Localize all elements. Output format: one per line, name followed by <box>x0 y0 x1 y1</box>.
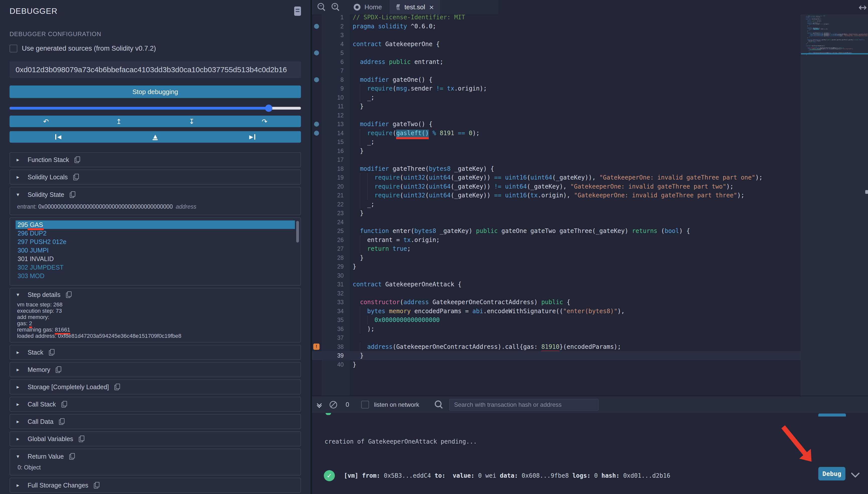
warning-icon[interactable]: ! <box>313 344 320 350</box>
line-number[interactable]: 20 <box>321 182 344 191</box>
code-line[interactable]: 30 <box>312 271 801 280</box>
copy-icon[interactable] <box>114 384 120 390</box>
line-number[interactable]: 19 <box>321 173 344 182</box>
panel-card-header[interactable]: ▸Full Storage Changes <box>10 478 301 492</box>
code-line[interactable]: 33 constructor(address GatekeeperOneCont… <box>312 298 801 307</box>
copy-icon[interactable] <box>56 366 61 373</box>
panel-card-header[interactable]: ▸Solidity Locals <box>10 170 301 184</box>
line-number[interactable]: 40 <box>321 360 344 369</box>
line-number[interactable]: 1 <box>321 14 344 22</box>
line-number[interactable]: 37 <box>321 333 344 342</box>
code-line[interactable]: 7 <box>312 66 801 75</box>
breakpoint-dot[interactable] <box>314 51 319 55</box>
editor-minimap[interactable]: // SPDX-License-Identifier: MITpragma so… <box>801 14 868 396</box>
panel-card-header[interactable]: ▾Return Value <box>10 449 301 464</box>
code-line[interactable]: 15 _; <box>312 137 801 147</box>
clear-console-icon[interactable] <box>330 401 337 408</box>
code-line[interactable]: 20 require(uint32(uint64(_gateKey)) != u… <box>312 182 801 191</box>
documentation-icon[interactable] <box>294 6 301 16</box>
line-number[interactable]: 29 <box>321 262 344 271</box>
line-number[interactable]: 4 <box>321 40 344 49</box>
opcode-row[interactable]: 302 JUMPDEST <box>16 263 295 271</box>
line-number[interactable]: 10 <box>321 93 344 102</box>
line-number[interactable]: 3 <box>321 31 344 40</box>
line-number[interactable]: 22 <box>321 200 344 209</box>
panel-card-header[interactable]: ▸Function Stack <box>10 153 301 167</box>
line-number[interactable]: 35 <box>321 316 344 324</box>
code-line[interactable]: 40} <box>312 360 801 369</box>
panel-card-header[interactable]: ▸Global Variables <box>10 432 301 446</box>
copy-icon[interactable] <box>73 174 79 180</box>
line-number[interactable]: 14 <box>321 129 344 138</box>
jump-previous-breakpoint-icon[interactable]: ◀ <box>55 134 61 140</box>
opcode-scrollbar[interactable] <box>296 221 299 243</box>
slider-track[interactable] <box>10 107 301 110</box>
copy-icon[interactable] <box>69 453 75 460</box>
tab-close-icon[interactable]: × <box>429 3 434 11</box>
panel-card-header[interactable]: ▸Call Data <box>10 415 301 429</box>
copy-icon[interactable] <box>70 191 75 198</box>
line-number[interactable]: 8 <box>321 75 344 84</box>
panel-card-header[interactable]: ▾Step details <box>10 288 301 301</box>
code-line[interactable]: 26 entrant = tx.origin; <box>312 235 801 245</box>
line-number[interactable]: 32 <box>321 289 344 298</box>
copy-icon[interactable] <box>75 156 80 163</box>
listen-on-network-checkbox[interactable] <box>361 401 369 408</box>
log-expand-chevron-icon[interactable] <box>851 469 860 478</box>
code-line[interactable]: 4contract GatekeeperOne { <box>312 40 801 49</box>
line-number[interactable]: 23 <box>321 209 344 218</box>
copy-icon[interactable] <box>94 482 100 489</box>
code-line[interactable]: 25 function enter(bytes8 _gateKey) publi… <box>312 226 801 235</box>
code-line[interactable]: 18 modifier gateThree(bytes8 _gateKey) { <box>312 164 801 173</box>
line-number[interactable]: 15 <box>321 137 344 147</box>
editor-scrollbar-thumb[interactable] <box>865 190 868 194</box>
copy-icon[interactable] <box>79 436 84 442</box>
stop-debugging-button[interactable]: Stop debugging <box>10 86 301 98</box>
line-number[interactable]: 27 <box>321 244 344 253</box>
line-number[interactable]: 9 <box>321 84 344 93</box>
code-line[interactable]: 32 <box>312 289 801 298</box>
code-line[interactable]: 6 address public entrant; <box>312 57 801 66</box>
line-number[interactable]: 17 <box>321 155 344 164</box>
line-number[interactable]: 26 <box>321 235 344 245</box>
code-line[interactable]: 34 bytes memory encodedParams = abi.enco… <box>312 307 801 316</box>
line-number[interactable]: 13 <box>321 120 344 129</box>
line-number[interactable]: 7 <box>321 66 344 75</box>
terminal-search-input[interactable] <box>449 399 598 411</box>
jump-out-icon[interactable]: ▲ <box>152 134 158 140</box>
tx-hash-input[interactable]: 0xd012d3b098079a73c4b6bbefacac4103dd3b3d… <box>10 61 301 78</box>
line-number[interactable]: 31 <box>321 280 344 289</box>
panel-card-header[interactable]: ▸Stack <box>10 345 301 359</box>
opcode-row[interactable]: 297 PUSH2 012e <box>16 238 295 246</box>
line-number[interactable]: 18 <box>321 164 344 173</box>
panel-resize-icon[interactable]: ↔ <box>858 1 867 13</box>
code-line[interactable]: 28 } <box>312 253 801 262</box>
code-line[interactable]: 23 } <box>312 209 801 218</box>
code-line[interactable]: 37 <box>312 333 801 342</box>
breakpoint-dot[interactable] <box>314 131 319 136</box>
terminal-collapse-icon[interactable] <box>318 402 321 407</box>
code-line[interactable]: 10 _; <box>312 93 801 102</box>
code-line[interactable]: 1// SPDX-License-Identifier: MIT <box>312 14 801 22</box>
line-number[interactable]: 16 <box>321 147 344 155</box>
code-line[interactable]: 27 return true; <box>312 244 801 253</box>
line-number[interactable]: 38 <box>321 342 344 351</box>
line-number[interactable]: 6 <box>321 57 344 66</box>
hidden-debug-button[interactable] <box>818 414 846 417</box>
step-back-into-icon[interactable]: ↥ <box>116 118 122 126</box>
opcode-row[interactable]: 296 DUP2 <box>16 229 295 238</box>
breakpoint-dot[interactable] <box>314 24 319 29</box>
tab-test-sol[interactable]: test.sol × <box>389 0 441 14</box>
code-line[interactable]: 35 0x0000000000000000 <box>312 316 801 324</box>
opcode-row[interactable]: 295 GAS <box>16 221 295 229</box>
step-into-icon[interactable]: ↧ <box>189 118 195 126</box>
code-line[interactable]: !38 address(GatekeeperOneContractAddress… <box>312 342 801 351</box>
breakpoint-dot[interactable] <box>314 121 319 127</box>
code-line[interactable]: 9 require(msg.sender != tx.origin); <box>312 84 801 93</box>
line-number[interactable]: 28 <box>321 253 344 262</box>
line-number[interactable]: 12 <box>321 111 344 120</box>
code-line[interactable]: 24 <box>312 218 801 227</box>
line-number[interactable]: 36 <box>321 324 344 334</box>
tx-log-row[interactable]: ✓ [vm] from: 0x5B3...eddC4 to: value: 0 … <box>324 470 670 481</box>
copy-icon[interactable] <box>66 291 72 298</box>
